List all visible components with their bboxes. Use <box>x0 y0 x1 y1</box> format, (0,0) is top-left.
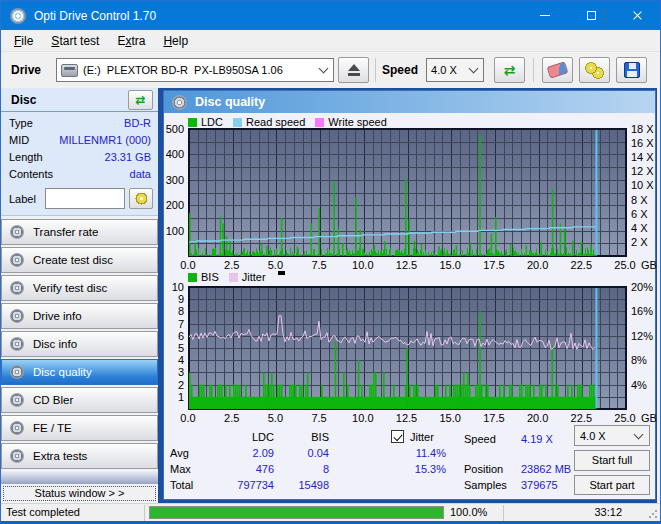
disc-icon <box>10 253 24 267</box>
mid-label: MID <box>9 134 29 146</box>
elapsed-time: 33:12 <box>594 506 622 518</box>
jitter-legend-label: Jitter <box>242 271 266 283</box>
stats-row-total: Total <box>170 479 193 491</box>
sidebar-item-drive-info[interactable]: Drive info <box>1 303 158 329</box>
disc-icon <box>10 393 24 407</box>
sidebar-item-label: FE / TE <box>33 422 72 434</box>
sidebar-item-label: Verify test disc <box>33 282 107 294</box>
jitter-marker-icon <box>278 271 285 275</box>
chart1-xtick-10: 10.0 <box>352 259 373 271</box>
speed-label: Speed <box>382 63 418 77</box>
sidebar-item-disc-quality[interactable]: Disc quality <box>1 359 158 385</box>
jitter-checkbox[interactable] <box>391 430 404 443</box>
chart1-xtick-2.5: 2.5 <box>224 259 239 271</box>
chart2-ytick-2: 2 <box>164 379 184 391</box>
refresh-arrows-icon: ⇄ <box>504 63 516 77</box>
jitter-legend-swatch <box>229 273 238 282</box>
sidebar-fade <box>1 470 158 484</box>
total-bis: 15498 <box>279 479 329 491</box>
disc-icon <box>10 309 24 323</box>
minimize-button[interactable] <box>522 1 568 30</box>
disc-info-row-mid: MIDMILLENMR1 (000) <box>9 134 151 151</box>
chart1-ytick-300: 300 <box>164 174 184 186</box>
test-speed-select[interactable]: 4.0 X <box>574 425 650 446</box>
sidebar-item-disc-info[interactable]: Disc info <box>1 331 158 357</box>
disc-icon <box>10 337 24 351</box>
avg-jitter: 11.4% <box>374 447 446 459</box>
chart1-ytick-500: 500 <box>164 123 184 135</box>
ldc-legend-swatch <box>188 118 197 127</box>
label-input[interactable] <box>45 188 125 209</box>
maximize-button[interactable] <box>568 1 614 30</box>
read-speed-legend-label: Read speed <box>246 116 305 128</box>
chart2-ytick-9: 9 <box>164 293 184 305</box>
disc-info-panel: Disc ⇄ TypeBD-RMIDMILLENMR1 (000)Length2… <box>1 88 158 216</box>
chart1-xtick-22.5: 22.5 <box>571 259 592 271</box>
resize-grip[interactable] <box>648 509 658 519</box>
menu-start-test[interactable]: Start test <box>42 32 108 50</box>
disc-icon <box>10 365 24 379</box>
position-stat-label: Position <box>464 463 503 475</box>
chevron-down-icon <box>634 429 644 439</box>
read-speed-legend-swatch <box>233 118 242 127</box>
sidebar-item-extra-tests[interactable]: Extra tests <box>1 443 158 469</box>
progress-bar <box>149 506 444 519</box>
menu-help[interactable]: Help <box>154 32 197 50</box>
sidebar-item-fe-te[interactable]: FE / TE <box>1 415 158 441</box>
sidebar-item-verify-test-disc[interactable]: Verify test disc <box>1 275 158 301</box>
chart1-ytick-100: 100 <box>164 225 184 237</box>
eraser-icon <box>547 61 569 78</box>
status-window-button[interactable]: Status window > > <box>3 486 156 501</box>
chart1-ytick-200: 200 <box>164 199 184 211</box>
max-ldc: 476 <box>204 463 274 475</box>
chart2-ytick-7: 7 <box>164 318 184 330</box>
status-text: Test completed <box>6 506 80 518</box>
eject-icon <box>347 64 361 76</box>
jitter-checkbox-label: Jitter <box>410 431 434 443</box>
chart1-xtick-15: 15.0 <box>439 259 460 271</box>
speed-stat-value: 4.19 X <box>521 433 553 445</box>
close-button[interactable] <box>614 1 660 30</box>
window-title: Opti Drive Control 1.70 <box>34 9 522 23</box>
sidebar-item-label: Transfer rate <box>33 226 98 238</box>
yellow-discs-icon <box>584 62 605 79</box>
chart1-ytick-right-4: 4 X <box>631 222 648 234</box>
start-full-button[interactable]: Start full <box>574 450 650 471</box>
samples-stat-label: Samples <box>464 479 507 491</box>
panel-title: Disc quality <box>195 95 265 109</box>
chart2-xtick-7.5: 7.5 <box>311 412 326 424</box>
save-button[interactable] <box>616 57 647 83</box>
total-ldc: 797734 <box>204 479 274 491</box>
drive-select[interactable]: (E:) PLEXTOR BD-R PX-LB950SA 1.06 <box>56 58 334 82</box>
menu-file[interactable]: File <box>5 32 42 50</box>
chart2-xtick-22.5: 22.5 <box>571 412 592 424</box>
sidebar-item-cd-bler[interactable]: CD Bler <box>1 387 158 413</box>
ldc-legend-label: LDC <box>201 116 223 128</box>
maximize-icon <box>587 11 596 20</box>
chart1-xtick-5: 5.0 <box>268 259 283 271</box>
stats-col-bis: BIS <box>279 431 329 443</box>
chart2-ytick-8: 8 <box>164 305 184 317</box>
disc-refresh-button[interactable]: ⇄ <box>128 90 153 110</box>
sidebar-item-transfer-rate[interactable]: Transfer rate <box>1 219 158 245</box>
yellow-disc-icon <box>135 192 148 205</box>
sidebar: Disc ⇄ TypeBD-RMIDMILLENMR1 (000)Length2… <box>1 88 158 503</box>
minimize-icon <box>540 15 550 16</box>
chevron-down-icon <box>469 64 479 74</box>
disc-copy-button[interactable] <box>579 57 610 83</box>
avg-bis: 0.04 <box>279 447 329 459</box>
sidebar-item-create-test-disc[interactable]: Create test disc <box>1 247 158 273</box>
label-disc-button[interactable] <box>129 188 153 209</box>
speed-test-button[interactable]: ⇄ <box>494 57 525 83</box>
chart2-xtick-2.5: 2.5 <box>224 412 239 424</box>
disc-info-row-type: TypeBD-R <box>9 117 151 134</box>
disc-info-row-length: Length23.31 GB <box>9 151 151 168</box>
progress-fill <box>150 507 443 518</box>
erase-disc-button[interactable] <box>542 57 573 83</box>
close-icon <box>632 10 643 21</box>
menu-extra[interactable]: Extra <box>108 32 154 50</box>
eject-button[interactable] <box>338 57 369 83</box>
start-part-button[interactable]: Start part <box>574 475 650 495</box>
speed-select[interactable]: 4.0 X <box>426 58 484 82</box>
chart2-ytick-6: 6 <box>164 330 184 342</box>
